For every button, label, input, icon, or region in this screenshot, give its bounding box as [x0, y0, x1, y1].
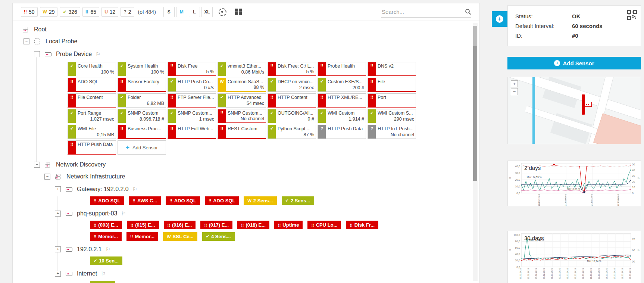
tree-node-network-infrastructure[interactable]: −Network Infrastructure: [13, 171, 479, 182]
search-input[interactable]: [381, 8, 465, 15]
sensor-tile-http-push-co[interactable]: ✔HTTP Push Co...0 #/s: [168, 78, 216, 92]
sensor-tile-sensor-factory[interactable]: !!Sensor Factory: [118, 78, 166, 92]
sensor-tile-port-range[interactable]: ✔Port Range1.027 msec: [68, 109, 116, 123]
sensor-tile-disk-free-c-l[interactable]: !!Disk Free: C:\ L...5 %: [268, 62, 316, 76]
size-button-xl[interactable]: XL: [201, 7, 213, 17]
graph-2days[interactable]: 0,010,020,030,040,00102030405020.03 12:0…: [507, 161, 641, 206]
tree-node-gateway-192-0-2-0[interactable]: +Gateway: 192.0.2.0⚐: [13, 184, 479, 195]
tree-node-network-discovery[interactable]: −Network Discovery: [13, 159, 479, 170]
sensor-chip-016-e[interactable]: !!(016) E...: [164, 221, 196, 229]
sensor-tile-rest-custom[interactable]: !!REST Custom: [218, 125, 266, 139]
collapse-icon[interactable]: −: [34, 51, 40, 57]
collapse-icon[interactable]: −: [34, 162, 40, 168]
tree-node-phq-support-03[interactable]: +phq-support-03⚐: [13, 208, 479, 219]
sensor-tile-python-script[interactable]: ✔Python Script ...87 %: [268, 125, 316, 139]
sensor-chip-ado-sql[interactable]: !!ADO SQL: [90, 196, 124, 205]
sensor-chip-disk-fr[interactable]: !!Disk Fr...: [346, 221, 378, 229]
sensor-tile-wmi-custom[interactable]: ✔WMI Custom1.914 #: [318, 109, 366, 123]
add-sensor-tile[interactable]: +Add Sensor: [118, 140, 166, 155]
size-button-s[interactable]: S: [163, 7, 175, 17]
sensor-tile-http-iot-push[interactable]: ?HTTP IoT Push...No channel: [368, 125, 416, 139]
sensor-chip-uptime[interactable]: !!Uptime: [274, 221, 303, 229]
map-widget[interactable]: + −: [507, 77, 641, 144]
tree-node-192-0-2-1[interactable]: +192.0.2.1⚐: [13, 244, 479, 255]
tree-node-probe-device[interactable]: −Probe Device⚐: [13, 49, 479, 60]
sensor-chip-4-sens[interactable]: ✔4 Sens...: [202, 232, 235, 241]
sensor-chip-ssl-ce[interactable]: WSSL Ce...: [163, 232, 197, 241]
sensor-chip-memor[interactable]: !!Memor...: [90, 232, 122, 241]
sensor-chip-10-sen[interactable]: ✔10 Sen...: [90, 256, 122, 265]
graph-30days[interactable]: 0,020,040,060,080,0100,050607021.02.2023…: [507, 231, 641, 283]
sensor-tile-file[interactable]: !!File: [368, 78, 416, 92]
sensor-tile-http-content[interactable]: !!HTTP Content: [268, 93, 316, 108]
status-count-unknown[interactable]: ?2: [121, 7, 134, 17]
tree-node-local-probe[interactable]: −Local Probe: [13, 36, 479, 47]
sensor-tile-custom-exe-s[interactable]: ✔Custom EXE/S...200 #: [318, 78, 366, 92]
sensor-tile-wmi-custom-s[interactable]: ✔WMI Custom S...290 msec: [368, 109, 416, 123]
expand-icon[interactable]: +: [55, 271, 61, 277]
scrollbar-thumb[interactable]: [473, 26, 477, 181]
map-zoom-out-button[interactable]: −: [511, 88, 518, 95]
sensor-chip-018-e[interactable]: !!(018) E...: [237, 221, 269, 229]
tree-node-root[interactable]: Root: [13, 24, 479, 35]
size-button-m[interactable]: M: [176, 7, 187, 17]
sensor-tile-dns-v2[interactable]: !!DNS v2: [368, 62, 416, 76]
sensor-tile-business-proc[interactable]: !!Business Proc...: [118, 125, 166, 139]
sensor-tile-http-push-data[interactable]: ?HTTP Push Data: [318, 125, 366, 139]
sensor-tile-system-health[interactable]: ✔System Health100 %: [118, 62, 166, 76]
sensor-chip-memor[interactable]: !!Memor...: [126, 232, 158, 241]
sensor-chip-017-e[interactable]: !!(017) E...: [200, 221, 232, 229]
sensor-chip-aws-c[interactable]: !!AWS C...: [129, 196, 161, 205]
sensor-chip-003-e[interactable]: !!(003) E...: [90, 221, 122, 229]
map-device-marker[interactable]: [582, 94, 585, 115]
grid-view-button[interactable]: [233, 7, 244, 17]
sensor-tile-http-push-data[interactable]: !!HTTP Push Data: [68, 140, 116, 155]
sensor-tile-core-health[interactable]: ✔Core Health100 %: [68, 62, 116, 76]
sensor-tile-probe-health[interactable]: !!Probe Health: [318, 62, 366, 76]
qr-code-icon[interactable]: [627, 10, 637, 21]
sensor-chip-ado-sql[interactable]: !!ADO SQL: [205, 196, 239, 205]
add-panel-button[interactable]: +: [492, 11, 507, 27]
sensor-tile-snmp-custom[interactable]: !!SNMP Custom...No channel: [218, 109, 266, 123]
map-zoom-in-button[interactable]: +: [511, 80, 518, 87]
sensor-tile-http-xml-re[interactable]: !!HTTP XML/RE...: [318, 93, 366, 108]
sensor-chip-ado-sql[interactable]: !!ADO SQL: [166, 196, 200, 205]
status-count-up[interactable]: ✔326: [60, 7, 80, 17]
search-icon[interactable]: [465, 9, 471, 15]
sensor-chip-http[interactable]: ✔HTTP: [90, 281, 115, 283]
status-count-unusual[interactable]: U12: [101, 7, 118, 17]
sensor-tile-outgoing-all[interactable]: ✔OUTGOING/All...0 #: [268, 109, 316, 123]
sensor-tile-port[interactable]: !!Port: [368, 93, 416, 108]
expand-icon[interactable]: +: [55, 246, 61, 252]
sensor-tile-http-full-web[interactable]: !!HTTP Full Web...: [168, 125, 216, 139]
sensor-tile-folder[interactable]: ✔Folder6,82 MB: [118, 93, 166, 108]
sensor-tile-wmi-file[interactable]: ✔WMI File0,15 MB: [68, 125, 116, 139]
sensor-tile-disk-free[interactable]: !!Disk Free5 %: [168, 62, 216, 76]
collapse-icon[interactable]: −: [24, 38, 29, 44]
sensor-tile-snmp-custom[interactable]: ✔SNMP Custom8.096.718 #: [118, 109, 166, 123]
sensor-tile-vmxnet3-ether[interactable]: ✔vmxnet3 Ether...0,86 Mbit/s: [218, 62, 266, 76]
sensor-chip-row: !!Memor...!!Memor...WSSL Ce...✔4 Sens...: [90, 232, 479, 241]
sensor-tile-ftp-server-file[interactable]: !!FTP Server File...: [168, 93, 216, 108]
sensor-tile-file-content[interactable]: !!File Content: [68, 93, 116, 108]
sensor-tile-ado-sql[interactable]: !!ADO SQL: [68, 78, 116, 92]
sensor-tile-dhcp-on-vmxn[interactable]: ✔DHCP on vmxn...2 msec: [268, 78, 316, 92]
sensor-tile-http-advanced[interactable]: ✔HTTP Advanced54 msec: [218, 93, 266, 108]
status-count-down[interactable]: !!50: [21, 7, 38, 17]
sensor-tile-snmp-custom[interactable]: ✔SNMP Custom...1 msec: [168, 109, 216, 123]
sensor-chip-015-e[interactable]: !!(015) E...: [127, 221, 159, 229]
status-count-warning[interactable]: W29: [40, 7, 58, 17]
sensor-chip-2-sens[interactable]: ✔2 Sens...: [282, 196, 314, 205]
expand-icon[interactable]: +: [55, 186, 61, 192]
status-count-paused[interactable]: II65: [82, 7, 99, 17]
expand-icon[interactable]: +: [55, 211, 61, 217]
sensor-tile-common-saas[interactable]: WCommon SaaS...88 %: [218, 78, 266, 92]
sensor-chip-2-sens[interactable]: W2 Sens...: [244, 196, 276, 205]
add-sensor-button[interactable]: + Add Sensor: [507, 57, 641, 69]
size-button-l[interactable]: L: [189, 7, 200, 17]
tree-node-internet[interactable]: +Internet⚐: [13, 268, 479, 279]
vertical-scrollbar[interactable]: [473, 23, 478, 281]
settings-button[interactable]: [217, 7, 228, 17]
sensor-chip-cpu-lo[interactable]: !!CPU Lo...: [307, 221, 341, 229]
collapse-icon[interactable]: −: [44, 174, 50, 180]
